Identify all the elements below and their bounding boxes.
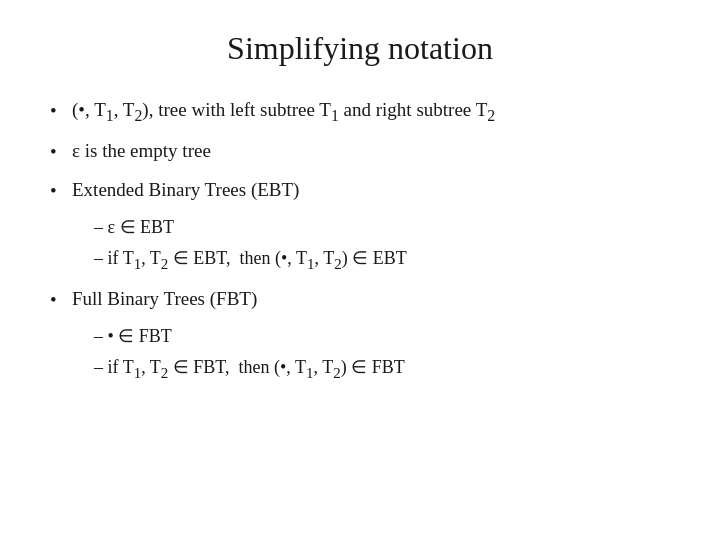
slide-title: Simplifying notation: [50, 30, 670, 67]
content-area: • (•, T1, T2), tree with left subtree T1…: [50, 95, 670, 392]
fbt-subbullets: – • ∈ FBT – if T1, T2 ∈ FBT, then (•, T1…: [94, 322, 670, 384]
bullet-dot-1: •: [50, 96, 72, 125]
bullet-text-4: Full Binary Trees (FBT): [72, 284, 670, 313]
bullet-3: • Extended Binary Trees (EBT): [50, 175, 670, 205]
bullet-dot-3: •: [50, 176, 72, 205]
bullet-dot-4: •: [50, 285, 72, 314]
bullet-text-1: (•, T1, T2), tree with left subtree T1 a…: [72, 95, 670, 128]
ebt-subbullets: – ε ∈ EBT – if T1, T2 ∈ EBT, then (•, T1…: [94, 213, 670, 275]
bullet-4: • Full Binary Trees (FBT): [50, 284, 670, 314]
fbt-subbullet-1: – • ∈ FBT: [94, 322, 670, 351]
bullet-dot-2: •: [50, 137, 72, 166]
bullet-text-2: ε is the empty tree: [72, 136, 670, 165]
bullet-text-3: Extended Binary Trees (EBT): [72, 175, 670, 204]
bullet-2: • ε is the empty tree: [50, 136, 670, 166]
ebt-subbullet-2: – if T1, T2 ∈ EBT, then (•, T1, T2) ∈ EB…: [94, 244, 670, 276]
fbt-subbullet-2: – if T1, T2 ∈ FBT, then (•, T1, T2) ∈ FB…: [94, 353, 670, 385]
ebt-subbullet-1: – ε ∈ EBT: [94, 213, 670, 242]
bullet-1: • (•, T1, T2), tree with left subtree T1…: [50, 95, 670, 128]
